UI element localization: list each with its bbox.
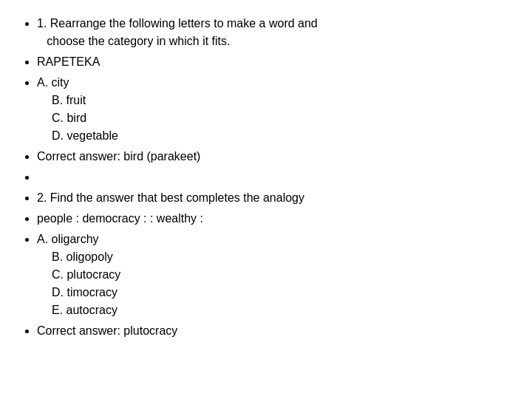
option-d-text: D. vegetable [52,129,118,142]
option2-c-text: C. plutocracy [52,268,120,281]
list-item-options2: A. oligarchy B. oligopoly C. plutocracy … [37,231,510,319]
option-b-text: B. fruit [52,94,86,106]
option-a-text: A. city [37,76,69,89]
list-item-options-a: A. city B. fruit C. bird D. vegetable [37,74,510,145]
q1-text: 1. Rearrange the following letters to ma… [37,17,318,47]
list-item-rapeteka: RAPETEKA [37,53,510,71]
option2-d-text: D. timocracy [52,286,117,299]
q2-text: 2. Find the answer that best completes t… [37,191,304,204]
question-list: 1. Rearrange the following letters to ma… [22,15,510,340]
analogy-text: people : democracy : : wealthy : [37,212,203,225]
rapeteka-text: RAPETEKA [37,55,100,68]
main-content: 1. Rearrange the following letters to ma… [22,15,510,384]
empty-text [37,171,40,183]
list-item-correct1: Correct answer: bird (parakeet) [37,148,510,166]
list-item-q1: 1. Rearrange the following letters to ma… [37,15,510,50]
option2-b-text: B. oligopoly [52,250,113,263]
option2-e-text: E. autocracy [52,304,117,316]
list-item-q2: 2. Find the answer that best completes t… [37,189,510,207]
list-item-analogy: people : democracy : : wealthy : [37,210,510,228]
list-item-correct2: Correct answer: plutocracy [37,322,510,340]
option-c-text: C. bird [52,112,86,124]
correct2-text: Correct answer: plutocracy [37,324,177,337]
option2-a-text: A. oligarchy [37,233,99,245]
correct1-text: Correct answer: bird (parakeet) [37,150,200,163]
list-item-empty [37,168,510,186]
